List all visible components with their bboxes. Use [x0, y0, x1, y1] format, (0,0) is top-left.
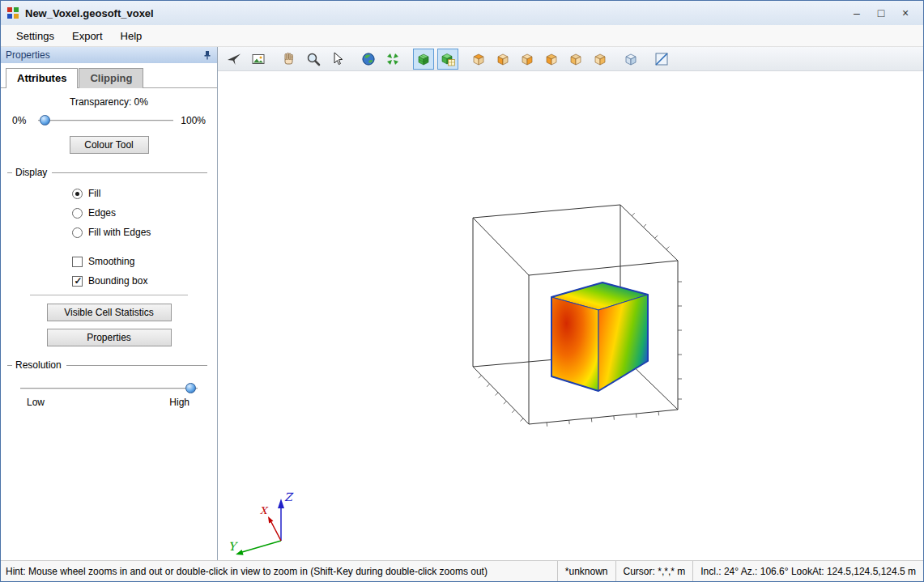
snapshot-icon[interactable]: [248, 49, 269, 70]
application-window: New_Voxel.geosoft_voxel – □ × Settings E…: [0, 0, 924, 582]
minimize-button[interactable]: –: [845, 2, 869, 23]
close-button[interactable]: ×: [893, 2, 918, 23]
transparency-slider-thumb[interactable]: [40, 115, 50, 125]
view-front-icon[interactable]: [517, 49, 538, 70]
axis-y-label: Y: [228, 540, 238, 553]
display-group-label: Display: [7, 167, 207, 178]
radio-edges-label: Edges: [88, 207, 116, 219]
pan-icon[interactable]: [279, 49, 300, 70]
checkbox-bounding-box-control[interactable]: [72, 276, 83, 287]
resolution-slider[interactable]: [20, 382, 198, 394]
radio-fill-with-edges-label: Fill with Edges: [88, 227, 151, 238]
select-icon[interactable]: [327, 49, 348, 70]
menu-help[interactable]: Help: [112, 27, 151, 45]
resolution-slider-track[interactable]: [20, 388, 198, 389]
zoom-extents-icon[interactable]: [382, 49, 403, 70]
title-bar: New_Voxel.geosoft_voxel – □ ×: [1, 1, 923, 25]
radio-fill-with-edges[interactable]: Fill with Edges: [72, 227, 217, 238]
axis-z-label: Z: [284, 491, 294, 503]
view-top-icon[interactable]: [468, 49, 489, 70]
transparency-slider-row: 0% 100%: [1, 114, 217, 126]
tab-clipping[interactable]: Clipping: [79, 68, 143, 88]
properties-panel-header: Properties: [1, 47, 217, 63]
checkbox-smoothing-label: Smoothing: [88, 256, 134, 267]
view-right-icon[interactable]: [590, 49, 611, 70]
status-orientation: Incl.: 24° Az.: 106.6° LookAt: 124.5,124…: [692, 561, 923, 581]
view-toolbar: [218, 47, 923, 71]
app-icon: [6, 6, 19, 19]
status-cursor: Cursor: *,*,* m: [615, 561, 693, 581]
radio-edges-control[interactable]: [72, 208, 83, 219]
properties-panel: Properties Attributes Clipping Transpare…: [1, 47, 218, 560]
checkbox-smoothing[interactable]: Smoothing: [72, 256, 217, 267]
transparency-slider-track[interactable]: [38, 120, 173, 121]
transparency-label: Transparency: 0%: [1, 96, 217, 108]
menu-export[interactable]: Export: [63, 27, 112, 45]
status-bar: Hint: Mouse wheel zooms in and out or do…: [1, 560, 923, 581]
resolution-high-label: High: [169, 397, 189, 408]
resolution-slider-row: Low High: [1, 382, 217, 408]
voxel-grid-icon[interactable]: [437, 49, 458, 70]
status-hint: Hint: Mouse wheel zooms in and out or do…: [1, 566, 557, 577]
colour-tool-button[interactable]: Colour Tool: [70, 136, 149, 154]
status-dataset: *unknown: [557, 561, 615, 581]
pin-icon[interactable]: [202, 50, 212, 60]
checkbox-bounding-box[interactable]: Bounding box: [72, 275, 217, 287]
view-back-icon[interactable]: [541, 49, 562, 70]
resolution-low-label: Low: [27, 397, 45, 408]
radio-edges[interactable]: Edges: [72, 207, 217, 219]
properties-button[interactable]: Properties: [47, 329, 172, 346]
tab-attributes[interactable]: Attributes: [6, 68, 78, 88]
voxel-scene: Z X Y: [218, 71, 923, 560]
radio-fill[interactable]: Fill: [72, 188, 217, 199]
checkbox-bounding-box-label: Bounding box: [88, 275, 147, 287]
transparency-slider[interactable]: [38, 114, 173, 126]
checkbox-smoothing-control[interactable]: [72, 257, 83, 267]
radio-fill-label: Fill: [88, 188, 100, 199]
visible-cell-statistics-button[interactable]: Visible Cell Statistics: [47, 304, 172, 321]
transparency-min-label: 0%: [12, 115, 33, 126]
transparency-max-label: 100%: [178, 115, 206, 126]
globe-icon[interactable]: [358, 49, 379, 70]
view-left-icon[interactable]: [565, 49, 586, 70]
divider: [30, 295, 188, 295]
properties-panel-title: Properties: [6, 49, 50, 61]
resolution-slider-thumb[interactable]: [185, 383, 196, 393]
axis-triad: Z X Y: [228, 491, 294, 555]
section-tool-icon[interactable]: [651, 49, 672, 70]
window-title: New_Voxel.geosoft_voxel: [25, 7, 154, 19]
radio-fill-with-edges-control[interactable]: [72, 227, 83, 238]
radio-fill-control[interactable]: [72, 189, 83, 199]
fly-mode-icon[interactable]: [224, 49, 245, 70]
view-bottom-icon[interactable]: [492, 49, 513, 70]
menu-settings[interactable]: Settings: [7, 27, 63, 45]
axis-x-label: X: [260, 505, 269, 516]
panel-tabs: Attributes Clipping: [1, 63, 217, 88]
3d-viewport[interactable]: Z X Y: [218, 71, 923, 560]
voxel-display-icon[interactable]: [413, 49, 434, 70]
menu-bar: Settings Export Help: [1, 25, 923, 47]
view-isometric-icon[interactable]: [620, 49, 641, 70]
resolution-group-label: Resolution: [7, 359, 207, 371]
maximize-button[interactable]: □: [869, 2, 893, 23]
zoom-icon[interactable]: [303, 49, 324, 70]
voxel-cube: [551, 283, 648, 391]
